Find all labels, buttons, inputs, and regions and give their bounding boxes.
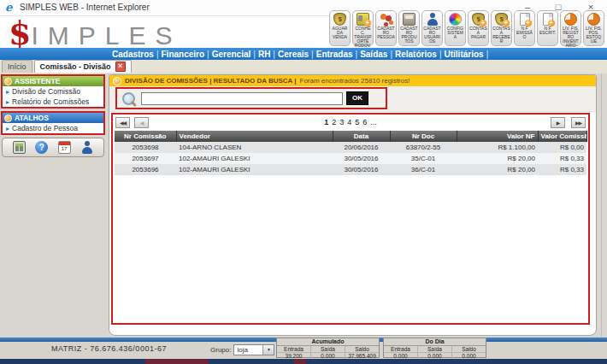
section-header: ASSISTENTE — [3, 76, 103, 86]
config-sistema-button[interactable]: CONFIG SISTEMA — [445, 10, 466, 46]
chevron-down-icon: ▼ — [262, 345, 274, 355]
cadastro-pessoa-button[interactable]: CADASTRO PESSOA — [375, 10, 397, 46]
menu-separator: | — [253, 50, 256, 59]
toolbar-button-label: N F ESCRIT. — [538, 26, 557, 35]
contas-a-receber-button[interactable]: CONTAS A RECEBER — [491, 10, 512, 46]
page-link-6[interactable]: 6 — [362, 118, 367, 126]
status-value-saida: 0.000 — [311, 353, 345, 359]
toolbar-button-label: LIV. FIS. POS. ESTOQUE — [584, 26, 604, 44]
toolbar-button-label: LIV. FIS. REGISTRO INVENTARIO — [561, 26, 580, 48]
nf-emissao-button[interactable]: N F EMISSÃO — [514, 10, 535, 46]
logo-text: IMPLES — [31, 21, 181, 50]
nf-escrit-button[interactable]: N F ESCRIT. — [537, 10, 558, 46]
conhec-transporte-rodov-button[interactable]: CONHEC. TRANSPORTE RODOV. — [352, 10, 374, 46]
sidebar-item-relatorio-de-comissoes[interactable]: Relatório de Comissões — [3, 97, 103, 107]
box-icon — [403, 13, 415, 26]
ok-button[interactable]: OK — [346, 91, 368, 105]
status-panel-title: Acumulado — [277, 338, 379, 346]
help-icon[interactable] — [35, 141, 48, 154]
taskbar-segment — [145, 359, 209, 364]
menu-item-relatorios[interactable]: Relatórios — [395, 50, 437, 59]
cell-data: 30/05/2016 — [333, 153, 390, 164]
person-icon — [426, 13, 439, 26]
page-link-3[interactable]: 3 — [339, 118, 344, 126]
pagination-next-icon[interactable]: ▶ — [551, 117, 565, 128]
toolbar-button-label: N F EMISSÃO — [515, 26, 534, 39]
tab-close-icon[interactable] — [115, 62, 126, 72]
menu-item-gerencial[interactable]: Gerencial — [212, 50, 251, 59]
status-bar: MATRIZ - 76.676.436/0001-67 Grupo: loja … — [0, 337, 607, 359]
menu-item-cereais[interactable]: Cereais — [278, 50, 309, 59]
page-link-4[interactable]: 4 — [347, 118, 351, 126]
sidebar-tray — [2, 138, 104, 157]
column-header-vendedor[interactable]: Vendedor — [176, 131, 333, 142]
page-link-2[interactable]: 2 — [332, 118, 336, 126]
column-header-valor-comissao[interactable]: Valor Comissão — [538, 131, 586, 142]
status-value-entrada: 39.200 — [277, 353, 311, 359]
truck-icon — [357, 13, 369, 26]
contas-a-pagar-button[interactable]: CONTAS A PAGAR — [468, 10, 489, 46]
status-col-entrada: Entrada — [384, 346, 418, 352]
sidebar-item-divisao-de-comissao[interactable]: Divisão de Comissão — [3, 86, 103, 97]
calendar-icon[interactable] — [58, 141, 71, 154]
page-link-5[interactable]: 5 — [355, 118, 359, 126]
sidebar-item-cadastro-de-pessoa[interactable]: Cadastro de Pessoa — [3, 123, 103, 133]
column-header-data[interactable]: Data — [333, 131, 390, 142]
menu-item-rh[interactable]: RH — [258, 50, 270, 59]
cell-valor-nf: R$ 20,00 — [457, 153, 538, 164]
arrow-icon — [6, 125, 9, 132]
status-panel-values: 39.2000.00037.965.409 — [277, 353, 379, 359]
tab-comissao-divisao[interactable]: Comissão - Divisão — [34, 60, 132, 73]
document-icon — [543, 13, 553, 26]
menu-item-entradas[interactable]: Entradas — [316, 50, 353, 59]
liv-fis-pos-estoque-button[interactable]: LIV. FIS. POS. ESTOQUE — [583, 10, 604, 46]
menu-separator: | — [486, 50, 489, 59]
table-row[interactable]: 2053697102-AMAURI GALESKI30/05/201635/C-… — [115, 153, 586, 164]
sidebar-item-label: Cadastro de Pessoa — [12, 124, 78, 132]
pagination-last-icon[interactable]: ▶▶ — [571, 117, 586, 128]
sidebar-item-label: Relatório de Comissões — [12, 97, 89, 106]
main-panel: DIVISÃO DE COMISSÕES | RESULTADO DA BUSC… — [109, 74, 597, 336]
cell-valor-comissao: R$ 0,33 — [538, 164, 586, 175]
arrow-icon — [6, 88, 9, 96]
document-icon — [520, 13, 530, 26]
status-value-saldo: 0.000 — [452, 353, 486, 359]
status-col-saida: Saída — [311, 346, 345, 352]
cadastro-produtos-button[interactable]: CADASTRO PRODUTOS — [398, 10, 420, 46]
toolbar-button-label: CONFIG SISTEMA — [445, 26, 465, 39]
table-row[interactable]: 2053698104-ARNO CLASEN20/06/201663870/2-… — [115, 142, 586, 153]
tab-inicio[interactable]: Início — [2, 60, 32, 73]
status-value-entrada: 0.000 — [384, 353, 418, 359]
grupo-field: Grupo: loja ▼ — [210, 344, 274, 355]
menu-item-saidas[interactable]: Saídas — [360, 50, 387, 59]
column-header-nr-comissao[interactable]: Nr Comissão — [115, 131, 176, 142]
page-link-1[interactable]: 1 — [324, 118, 328, 126]
table-row[interactable]: 2053696102-AMAURI GALESKI30/05/201636/C-… — [115, 164, 586, 175]
column-header-valor-nf[interactable]: Valor NF — [457, 131, 538, 142]
calculator-icon[interactable] — [13, 141, 26, 154]
section-bullet-icon — [4, 78, 12, 85]
aguarda-venda-button[interactable]: AGUARDA VENDA — [329, 10, 351, 46]
menu-separator: | — [273, 50, 275, 59]
money-bag-icon — [495, 13, 508, 26]
application-window: SIMPLES WEB - Internet Explorer – □ × $I… — [0, 0, 607, 364]
search-icon — [122, 92, 135, 105]
menu-item-utilitarios[interactable]: Utilitários — [445, 50, 484, 59]
section-title: ATALHOS — [15, 114, 49, 122]
status-panel-acumulado: AcumuladoEntradaSaídaSaldo39.2000.00037.… — [276, 338, 380, 358]
search-annotation-box: OK — [115, 87, 387, 109]
menu-item-cadastros[interactable]: Cadastros — [112, 50, 154, 59]
cell-nr-doc: 63870/2-55 — [390, 142, 457, 153]
page-link-[interactable]: ... — [370, 118, 377, 126]
liv-fis-registro-inventario-button[interactable]: LIV. FIS. REGISTRO INVENTARIO — [560, 10, 581, 46]
cadastro-usuarios-button[interactable]: CADASTRO USUARIOS — [421, 10, 443, 46]
taskbar-sliver — [0, 359, 607, 364]
column-header-nr-doc[interactable]: Nr Doc — [390, 131, 457, 142]
menu-item-financeiro[interactable]: Financeiro — [162, 50, 205, 59]
commissions-table: Nr ComissãoVendedorDataNr DocValor NFVal… — [115, 131, 587, 175]
search-input[interactable] — [141, 92, 343, 105]
status-col-saldo: Saldo — [452, 346, 486, 352]
status-panel-title: Do Dia — [384, 338, 486, 346]
grupo-select[interactable]: loja ▼ — [233, 344, 274, 355]
person-icon[interactable] — [80, 141, 93, 154]
